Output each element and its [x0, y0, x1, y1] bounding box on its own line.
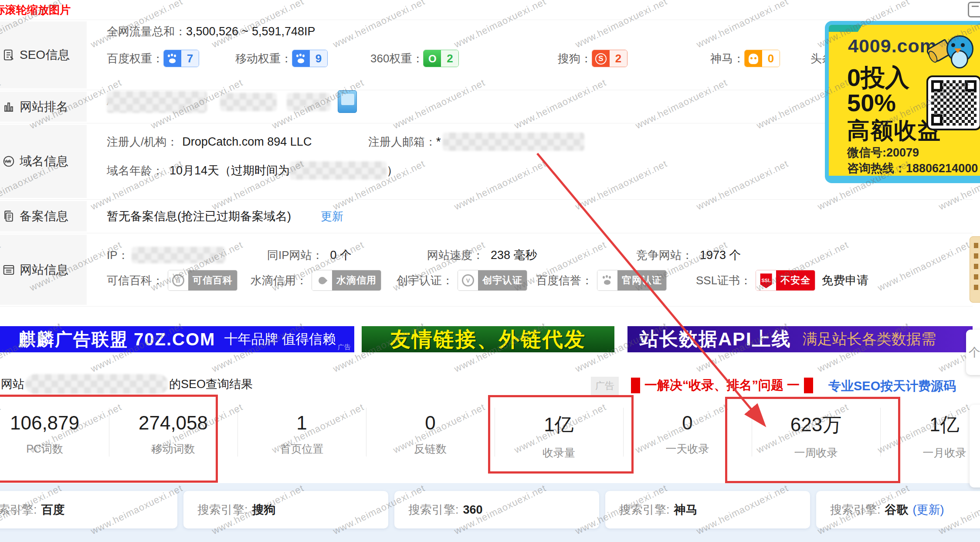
seal-icon: 百 [168, 270, 188, 290]
sidebar-item-label: 网站信息 [20, 262, 68, 278]
domain-age-value: 10月14天（过期时间为 [170, 163, 290, 178]
stat-one-day: 0一天收录 [623, 395, 752, 483]
icp-update-link[interactable]: 更新 [321, 209, 343, 224]
censored-email [443, 133, 584, 151]
floating-service-tab[interactable] [970, 236, 980, 303]
seo-query-page: 鼠标滚轮缩放图片 SEO信息 全网流量总和： 3,500,526 ~ 5,591… [0, 0, 980, 542]
promo-seo-link[interactable]: 专业SEO按天计费源码 [828, 378, 956, 395]
so360-weight-value: 2 [441, 50, 458, 67]
promo-ad-card[interactable]: 4009.com 0投入 50% 高额收益 微信号:20079 咨询热线：188… [825, 21, 980, 183]
ssl-badge: SSL不安全 [756, 270, 815, 291]
competitor-label: 竞争网站： [636, 248, 693, 263]
promo-red-text[interactable]: 一解决“收录、排名”问题 一 [631, 376, 813, 395]
stat-one-week: 623万一周收录 [752, 395, 880, 483]
registrant-label: 注册人/机构： [107, 134, 178, 150]
so360-weight: 360权重： O2 [370, 49, 459, 68]
baidu-weight-value: 7 [181, 50, 199, 67]
banner-ad-api[interactable]: 站长数据API上线 满足站长各类数据需 [627, 326, 973, 352]
copy-docs-icon [2, 210, 15, 223]
window-restore-icon[interactable] [968, 2, 980, 17]
stat-pc-words: 106,879PC词数 [0, 395, 109, 483]
ssl-label: SSL证书： [696, 273, 751, 288]
banner-ad-links[interactable]: 友情链接、外链代发 [362, 326, 614, 352]
ad-line2: 50% [847, 89, 896, 117]
sidebar-item-domain: 域名信息 [0, 125, 87, 198]
engine-card-google: 搜索引擎:谷歌(更新) [816, 491, 980, 528]
banner-ad-text: 友情链接、外链代发 [390, 326, 586, 353]
domain-age-suffix: ） [387, 163, 398, 178]
cert-baidu-badge[interactable]: 官网认证 [597, 270, 667, 291]
cert-baidu-label: 百度信誉： [536, 273, 593, 288]
cert-chuangyu: 创宇认证： V创宇认证 [397, 270, 527, 291]
sidebar-item-ranking: 网站排名 [0, 92, 87, 122]
icp-info-row: 备案信息 暂无备案信息(抢注已过期备案域名) 更新 [0, 200, 973, 233]
shenma-weight-value: 0 [762, 50, 780, 67]
ssl-status: 不安全 [776, 270, 815, 290]
sidebar-item-seo: SEO信息 [0, 21, 87, 89]
sogou-weight-badge[interactable]: S2 [592, 50, 627, 67]
sogou-weight: 搜狗： S2 [558, 49, 627, 68]
engine-card-shenma: 搜索引擎:神马 [605, 491, 810, 528]
red-block-icon [631, 378, 640, 393]
alexa-blue-icon[interactable] [338, 90, 357, 113]
v-seal-icon: V [458, 270, 478, 290]
banner-ad-qilin[interactable]: 麒麟广告联盟 70Z.COM 十年品牌 值得信赖 广告 [0, 326, 354, 352]
registrant-line: 注册人/机构： DropCatch.com 894 LLC [107, 132, 312, 151]
shenma-weight-badge[interactable]: 0 [744, 50, 780, 67]
file-text-icon [2, 48, 15, 61]
competitor-value: 1973 个 [700, 247, 741, 263]
censored-ip [132, 247, 225, 263]
so360-weight-badge[interactable]: O2 [423, 50, 459, 67]
mobile-weight: 移动权重： 9 [235, 49, 328, 68]
cert-shuidi-badge[interactable]: 水滴信用 [312, 270, 381, 291]
baidu-weight: 百度权重： 7 [107, 49, 199, 68]
cert-chuangyu-badge[interactable]: V创宇认证 [458, 270, 527, 291]
censored-domain-name [25, 374, 168, 394]
mouse-zoom-hint: 鼠标滚轮缩放图片 [0, 3, 71, 17]
gray-paw-icon [597, 270, 617, 290]
cert-shuidi: 水滴信用： 水滴信用 [251, 270, 381, 291]
floating-side-toolbar[interactable] [970, 405, 980, 487]
sogou-weight-label: 搜狗： [558, 51, 592, 66]
seo-stats-row: 106,879PC词数 274,058移动词数 1首页位置 0反链数 1亿收录量… [0, 395, 980, 483]
sogou-s-icon: S [592, 50, 610, 67]
ssl-apply-link[interactable]: 免费申请 [821, 273, 868, 288]
banner-ad-main-text: 麒麟广告联盟 70Z.COM [18, 327, 215, 351]
engine-cards: 搜索引擎:百度 搜索引擎:搜狗 搜索引擎:360 搜索引擎:神马 搜索引擎:谷歌… [0, 491, 980, 528]
banner-ad-title: 站长数据API上线 [640, 327, 791, 352]
ip-line-left: IP： [107, 245, 225, 265]
ssl-shield-icon: SSL [756, 270, 776, 290]
ad-tag: 广告 [591, 377, 619, 395]
traffic-line: 全网流量总和： 3,500,526 ~ 5,591,748IP [107, 22, 315, 41]
so360-icon: O [424, 50, 441, 67]
speed-value: 238 毫秒 [491, 247, 537, 263]
domain-age-line: 域名年龄： 10月14天（过期时间为 ） [107, 161, 398, 180]
back-to-top-button[interactable]: 个 [966, 330, 980, 375]
traffic-value: 3,500,526 ~ 5,591,748IP [186, 25, 315, 38]
cert-chuangyu-label: 创宇认证： [397, 273, 453, 288]
mobile-weight-badge[interactable]: 9 [292, 50, 328, 67]
sidebar-item-label: 域名信息 [20, 153, 68, 170]
stat-one-month: 1亿一月收录 [880, 395, 980, 483]
icp-line: 暂无备案信息(抢注已过期备案域名) 更新 [107, 207, 343, 226]
censored-alexa-value [220, 93, 277, 111]
stat-mobile-words: 274,058移动词数 [109, 395, 237, 483]
cert-baike-badge[interactable]: 百可信百科 [168, 270, 237, 291]
icp-status-text: 暂无备案信息(抢注已过期备案域名) [107, 208, 291, 224]
google-update-link[interactable]: (更新) [913, 502, 944, 518]
competitor-line: 竞争网站： 1973 个 [636, 245, 741, 265]
mobile-weight-label: 移动权重： [235, 51, 292, 66]
so360-weight-label: 360权重： [370, 51, 423, 66]
shenma-weight-label: 神马： [710, 51, 744, 66]
ad-hotline: 咨询热线：18806214000 [847, 160, 978, 176]
email-line: 注册人邮箱： * [368, 132, 584, 151]
result-prefix: 网站 [1, 376, 24, 392]
speed-label: 网站速度： [427, 248, 484, 263]
result-suffix: 的SEO查询结果 [169, 376, 253, 392]
water-drop-icon [312, 270, 332, 290]
ip-label: IP： [107, 248, 129, 263]
baidu-weight-badge[interactable]: 7 [163, 50, 199, 67]
engine-card-sogou: 搜索引擎:搜狗 [183, 491, 388, 528]
bird-mascot-icon [927, 33, 978, 75]
ad-corner-ribbon [825, 21, 866, 32]
